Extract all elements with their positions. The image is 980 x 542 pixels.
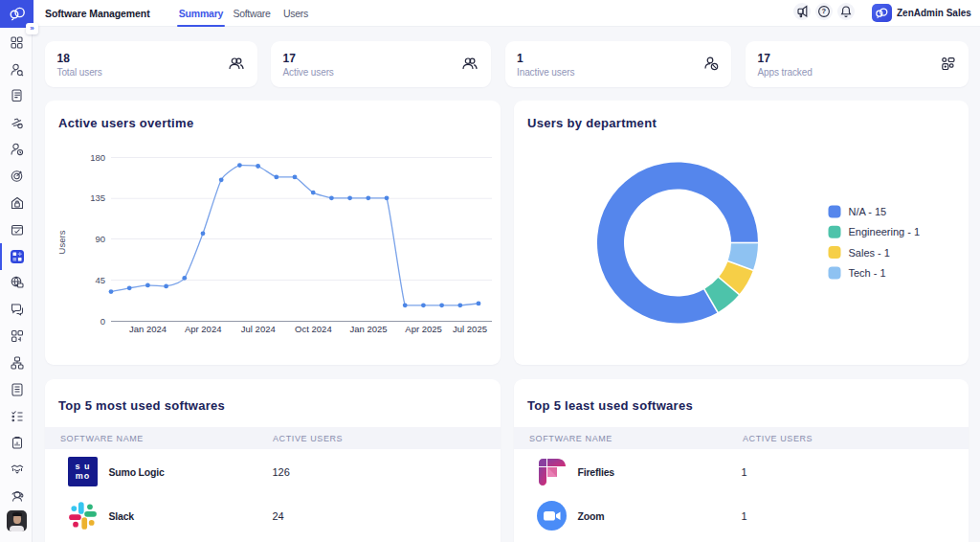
svg-text:Apr 2024: Apr 2024 — [185, 324, 222, 334]
svg-text:Users: Users — [56, 230, 67, 254]
svg-text:135: 135 — [90, 192, 105, 203]
svg-text:Jan 2025: Jan 2025 — [349, 324, 387, 334]
svg-text:Sales - 1: Sales - 1 — [849, 247, 890, 259]
svg-text:Tech - 1: Tech - 1 — [849, 267, 886, 279]
svg-text:Apr 2025: Apr 2025 — [405, 324, 442, 334]
svg-text:180: 180 — [90, 152, 105, 163]
svg-text:45: 45 — [95, 275, 105, 285]
svg-text:Jul 2025: Jul 2025 — [453, 324, 487, 334]
svg-text:Jan 2024: Jan 2024 — [129, 324, 167, 334]
svg-text:Oct 2024: Oct 2024 — [295, 324, 332, 334]
svg-text:Engineering - 1: Engineering - 1 — [849, 226, 921, 237]
svg-text:0: 0 — [100, 316, 105, 327]
svg-text:90: 90 — [95, 234, 105, 244]
svg-text:N/A - 15: N/A - 15 — [849, 206, 887, 217]
svg-text:Jul 2024: Jul 2024 — [241, 324, 276, 334]
